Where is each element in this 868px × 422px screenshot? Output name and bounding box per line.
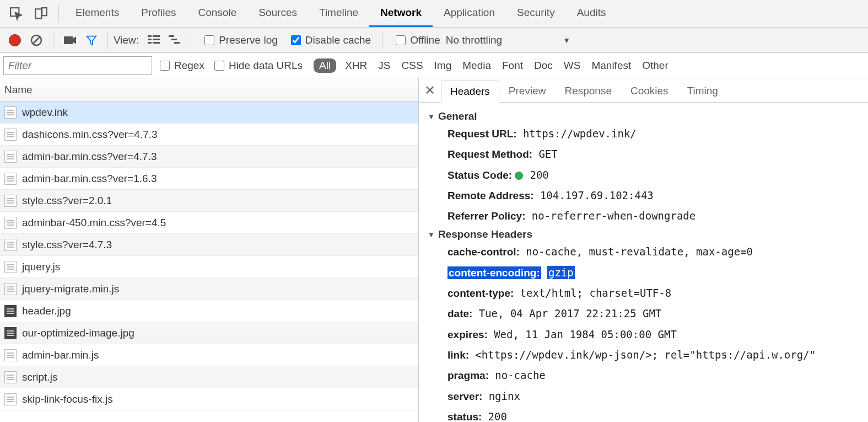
status-dot-icon <box>515 172 523 180</box>
general-section[interactable]: General <box>428 110 861 122</box>
disable-cache-checkbox[interactable]: Disable cache <box>289 34 371 47</box>
request-row[interactable]: admin-bar.min.css?ver=4.7.3 <box>0 146 418 168</box>
request-row[interactable]: skip-link-focus-fix.js <box>0 388 418 410</box>
header-key: Status Code: <box>448 169 512 181</box>
response-headers-section[interactable]: Response Headers <box>428 228 861 241</box>
document-file-icon <box>4 283 17 295</box>
panel-tab-application[interactable]: Application <box>433 0 506 27</box>
clear-icon[interactable] <box>30 34 43 47</box>
separator <box>58 6 59 22</box>
inspect-element-icon[interactable] <box>9 6 24 22</box>
hide-data-urls-label: Hide data URLs <box>229 60 303 72</box>
regex-label: Regex <box>174 60 204 72</box>
column-header-name[interactable]: Name <box>0 78 418 102</box>
request-row[interactable]: our-optimized-image.jpg <box>0 322 418 344</box>
header-key: server: <box>448 391 482 402</box>
request-row[interactable]: wpdev.ink <box>0 102 418 124</box>
detail-tab-timing[interactable]: Timing <box>678 80 727 102</box>
request-name: admin-bar.min.js <box>22 349 99 361</box>
header-value: no-referrer-when-downgrade <box>532 210 696 222</box>
filter-input[interactable] <box>3 56 152 75</box>
separator <box>382 32 382 49</box>
document-file-icon <box>4 151 17 163</box>
header-value: 200 <box>530 169 548 181</box>
panel-tab-security[interactable]: Security <box>506 0 566 27</box>
header-key: cache-control: <box>448 246 520 258</box>
header-value: 200 <box>488 410 507 422</box>
svg-rect-13 <box>171 39 177 40</box>
panel-tab-sources[interactable]: Sources <box>247 0 308 27</box>
detail-tab-preview[interactable]: Preview <box>499 80 556 102</box>
header-key: Request URL: <box>448 128 517 140</box>
filter-icon[interactable] <box>85 34 98 46</box>
close-icon[interactable]: ✕ <box>419 78 441 102</box>
panel-tab-console[interactable]: Console <box>187 0 248 27</box>
offline-checkbox[interactable]: Offline <box>393 34 440 47</box>
svg-line-4 <box>33 36 40 44</box>
detail-tab-response[interactable]: Response <box>555 80 621 102</box>
header-row: server: nginx <box>448 387 861 405</box>
header-key: Referrer Policy: <box>448 210 526 222</box>
header-row: Remote Address: 104.197.69.102:443 <box>448 186 861 205</box>
request-row[interactable]: adminbar-450.min.css?ver=4.5 <box>0 212 418 234</box>
request-name: dashicons.min.css?ver=4.7.3 <box>22 129 158 141</box>
record-button[interactable] <box>9 34 21 46</box>
header-value: no-cache, must-revalidate, max-age=0 <box>526 245 753 258</box>
detail-tab-cookies[interactable]: Cookies <box>621 80 678 102</box>
filter-type-js[interactable]: JS <box>378 60 390 71</box>
svg-rect-10 <box>148 42 152 44</box>
device-toggle-icon[interactable] <box>33 6 48 22</box>
request-row[interactable]: jquery-migrate.min.js <box>0 278 418 300</box>
panel-tab-elements[interactable]: Elements <box>64 0 130 27</box>
header-key: content-encoding: <box>448 266 541 279</box>
svg-rect-9 <box>153 39 160 40</box>
request-row[interactable]: script.js <box>0 366 418 388</box>
filter-type-xhr[interactable]: XHR <box>345 60 367 71</box>
header-key: pragma: <box>448 370 489 381</box>
separator <box>191 32 191 49</box>
panel-tab-timeline[interactable]: Timeline <box>308 0 369 27</box>
image-file-icon <box>4 305 17 317</box>
request-row[interactable]: jquery.js <box>0 256 418 278</box>
request-row[interactable]: header.jpg <box>0 300 418 322</box>
hide-data-urls-checkbox[interactable]: Hide data URLs <box>212 59 303 72</box>
header-row: Referrer Policy: no-referrer-when-downgr… <box>448 207 861 225</box>
request-row[interactable]: dashicons.min.css?ver=4.7.3 <box>0 124 418 146</box>
panel-tab-audits[interactable]: Audits <box>566 0 617 27</box>
request-row[interactable]: style.css?ver=4.7.3 <box>0 234 418 256</box>
filter-type-ws[interactable]: WS <box>564 60 581 71</box>
request-name: admin-bar.min.css?ver=4.7.3 <box>22 151 157 163</box>
request-row[interactable]: style.css?ver=2.0.1 <box>0 190 418 212</box>
document-file-icon <box>4 261 17 273</box>
filter-type-doc[interactable]: Doc <box>534 60 553 71</box>
request-row[interactable]: admin-bar.min.css?ver=1.6.3 <box>0 168 418 190</box>
large-rows-icon[interactable] <box>148 35 160 45</box>
header-value: GET <box>538 148 557 160</box>
header-value: Wed, 11 Jan 1984 05:00:00 GMT <box>494 328 677 340</box>
filter-type-other[interactable]: Other <box>642 60 668 71</box>
detail-tab-headers[interactable]: Headers <box>441 81 499 103</box>
header-value: gzip <box>547 266 575 279</box>
filter-type-img[interactable]: Img <box>434 60 452 71</box>
preserve-log-label: Preserve log <box>219 34 278 46</box>
svg-rect-14 <box>174 42 180 44</box>
request-name: admin-bar.min.css?ver=1.6.3 <box>22 173 157 185</box>
header-key: date: <box>448 308 472 319</box>
preserve-log-checkbox[interactable]: Preserve log <box>202 34 278 47</box>
panel-tab-network[interactable]: Network <box>369 0 433 27</box>
panel-tab-profiles[interactable]: Profiles <box>130 0 187 27</box>
svg-rect-1 <box>35 9 41 18</box>
filter-type-media[interactable]: Media <box>462 60 491 71</box>
filter-type-all[interactable]: All <box>314 58 336 73</box>
request-row[interactable]: admin-bar.min.js <box>0 344 418 366</box>
request-name: style.css?ver=4.7.3 <box>22 239 112 251</box>
regex-checkbox[interactable]: Regex <box>158 59 204 72</box>
filter-type-css[interactable]: CSS <box>401 60 423 71</box>
throttling-dropdown[interactable]: No throttling ▼ <box>446 34 570 46</box>
filter-type-font[interactable]: Font <box>502 60 523 71</box>
filter-type-manifest[interactable]: Manifest <box>591 60 631 71</box>
camera-icon[interactable] <box>63 35 77 46</box>
waterfall-icon[interactable] <box>169 35 181 45</box>
devtools-top-toolbar: ElementsProfilesConsoleSourcesTimelineNe… <box>0 0 868 28</box>
header-key: Request Method: <box>448 148 532 160</box>
